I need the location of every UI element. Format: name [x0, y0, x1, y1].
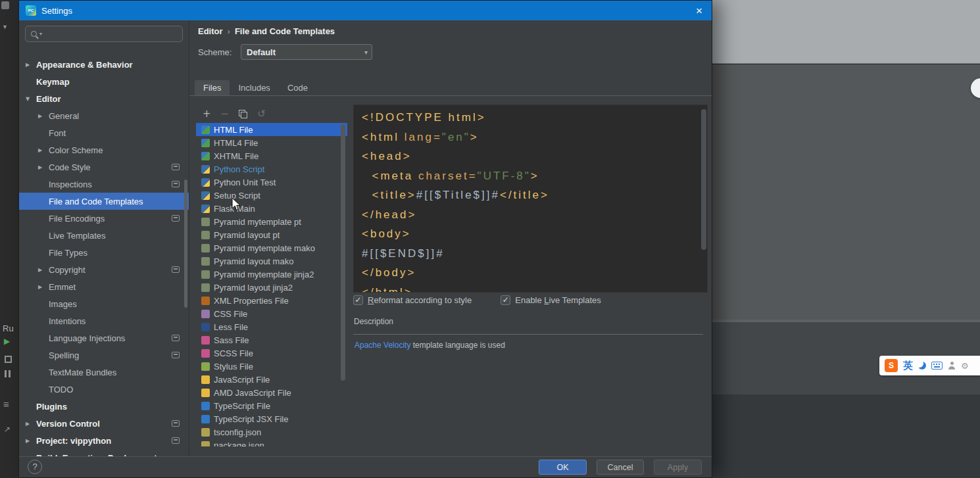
template-item-pyramid-layout-mako[interactable]: Pyramid layout mako [196, 254, 347, 268]
add-template-button[interactable]: + [203, 109, 211, 119]
code-line[interactable]: </html> [362, 283, 699, 293]
gear-icon[interactable]: ⚙ [961, 362, 969, 370]
sidebar-item-color-scheme[interactable]: ▶Color Scheme [19, 141, 189, 158]
ime-toolbar[interactable]: S 英 ⚙ [879, 356, 980, 375]
sidebar-item-images[interactable]: Images [19, 295, 189, 312]
code-line[interactable]: <body> [362, 225, 699, 245]
sidebar-item-keymap[interactable]: Keymap [19, 73, 189, 90]
code-line[interactable]: <meta charset="UTF-8"> [362, 167, 699, 187]
copy-template-button[interactable] [239, 110, 247, 118]
sidebar-item-spelling[interactable]: Spelling [19, 347, 189, 364]
chevron-down-icon[interactable]: ▼ [26, 96, 36, 102]
sidebar-item-font[interactable]: Font [19, 124, 189, 141]
checkbox-enable-live-templates[interactable]: ✓Enable Live Templates [501, 295, 601, 305]
search-input[interactable] [45, 28, 177, 39]
sidebar-item-intentions[interactable]: Intentions [19, 312, 189, 329]
keyboard-icon[interactable] [931, 362, 943, 370]
remove-template-button[interactable]: − [221, 109, 230, 119]
apply-button[interactable]: Apply [654, 460, 702, 475]
sidebar-item-textmate-bundles[interactable]: TextMate Bundles [19, 364, 189, 381]
editor-scrollbar[interactable] [701, 109, 706, 250]
tab-code[interactable]: Code [279, 80, 316, 95]
scheme-combobox[interactable]: Default ▾ [241, 44, 372, 60]
moon-icon[interactable] [918, 362, 926, 370]
run-icon[interactable]: ▶ [4, 337, 10, 346]
checkbox-icon[interactable]: ✓ [353, 295, 363, 305]
arrow-up-right-icon[interactable]: ↗ [4, 425, 11, 434]
close-button[interactable]: × [696, 5, 702, 16]
sidebar-item-file-types[interactable]: File Types [19, 244, 189, 261]
sidebar-item-code-style[interactable]: ▶Code Style [19, 158, 189, 176]
template-item-pyramid-layout-jinja2[interactable]: Pyramid layout jinja2 [196, 281, 347, 294]
chevron-right-icon[interactable]: ▶ [38, 113, 49, 119]
revert-template-button[interactable]: ↺ [257, 109, 266, 119]
sidebar-item-general[interactable]: ▶General [19, 107, 189, 124]
chevron-right-icon[interactable]: ▶ [38, 284, 49, 290]
sidebar-item-copyright[interactable]: ▶Copyright [19, 261, 189, 278]
chevron-right-icon[interactable]: ▶ [38, 267, 49, 273]
checkbox-icon[interactable]: ✓ [501, 295, 510, 305]
sidebar-item-live-templates[interactable]: Live Templates [19, 227, 189, 244]
combobox-arrow-icon[interactable]: ▾ [364, 49, 368, 56]
chevron-right-icon[interactable]: ▶ [38, 164, 49, 170]
sidebar-scrollbar[interactable] [184, 179, 187, 308]
template-item-css-file[interactable]: CSS File [196, 307, 347, 320]
cancel-button[interactable]: Cancel [597, 460, 644, 475]
stop-icon[interactable] [5, 356, 12, 363]
template-item-typescript-jsx-file[interactable]: TypeScript JSX File [196, 412, 347, 425]
tab-files[interactable]: Files [195, 80, 230, 95]
sidebar-item-project-vippython[interactable]: ▶Project: vippython [19, 432, 189, 449]
template-item-html-file[interactable]: HTML File [196, 123, 347, 136]
ime-language-toggle[interactable]: 英 [903, 359, 913, 372]
ok-button[interactable]: OK [539, 460, 587, 475]
sidebar-item-emmet[interactable]: ▶Emmet [19, 278, 189, 295]
sidebar-item-plugins[interactable]: Plugins [19, 398, 189, 415]
chevron-right-icon[interactable]: ▶ [26, 421, 36, 427]
code-line[interactable]: <title>#[[$Title$]]#</title> [362, 186, 699, 206]
help-button[interactable]: ? [28, 460, 42, 474]
sidebar-item-build-execution-deployment[interactable]: ▶Build, Execution, Deployment [19, 449, 189, 456]
search-options-arrow-icon[interactable]: ▾ [39, 31, 42, 37]
template-item-python-unit-test[interactable]: Python Unit Test [196, 176, 347, 189]
user-icon[interactable] [948, 362, 956, 370]
template-item-pyramid-layout-pt[interactable]: Pyramid layout pt [196, 228, 347, 241]
code-line[interactable]: #[[$END$]]# [362, 245, 699, 264]
template-item-python-script[interactable]: Python Script [196, 162, 347, 176]
ime-logo-icon[interactable]: S [885, 359, 898, 372]
chevron-right-icon[interactable]: ▶ [26, 438, 36, 444]
code-line[interactable]: <html lang="en"> [362, 128, 699, 148]
sidebar-item-file-and-code-templates[interactable]: File and Code Templates [19, 193, 189, 210]
chevron-right-icon[interactable]: ▶ [38, 147, 49, 153]
sidebar-item-editor[interactable]: ▼Editor [19, 90, 189, 107]
template-item-javascript-file[interactable]: JavaScript File [196, 373, 347, 386]
chevron-right-icon[interactable]: ▶ [26, 62, 36, 68]
chevron-down-icon[interactable]: ▼ [2, 24, 8, 30]
sidebar-item-file-encodings[interactable]: File Encodings [19, 210, 189, 227]
sidebar-item-todo[interactable]: TODO [19, 381, 189, 398]
template-item-flask-main[interactable]: Flask Main [196, 202, 347, 215]
template-item-pyramid-mytemplate-pt[interactable]: Pyramid mytemplate pt [196, 215, 347, 228]
template-item-less-file[interactable]: Less File [196, 320, 347, 333]
code-line[interactable]: </body> [362, 264, 699, 283]
template-item-tsconfig-json[interactable]: tsconfig.json [196, 425, 347, 439]
template-item-pyramid-mytemplate-mako[interactable]: Pyramid mytemplate mako [196, 241, 347, 254]
sidebar-item-inspections[interactable]: Inspections [19, 176, 189, 193]
template-item-xml-properties-file[interactable]: XML Properties File [196, 294, 347, 307]
settings-search[interactable]: ▾ [25, 26, 183, 42]
menu-icon[interactable]: ≡ [3, 398, 9, 410]
template-item-sass-file[interactable]: Sass File [196, 333, 347, 347]
apache-velocity-link[interactable]: Apache Velocity [355, 341, 410, 350]
checkbox-reformat-according-to-style[interactable]: ✓Reformat according to style [353, 295, 472, 305]
pause-icon[interactable] [5, 370, 11, 377]
template-item-setup-script[interactable]: Setup Script [196, 189, 347, 202]
template-item-scss-file[interactable]: SCSS File [196, 347, 347, 360]
sidebar-item-appearance-behavior[interactable]: ▶Appearance & Behavior [19, 56, 189, 73]
template-item-pyramid-mytemplate-jinja2[interactable]: Pyramid mytemplate jinja2 [196, 268, 347, 281]
template-item-xhtml-file[interactable]: XHTML File [196, 149, 347, 162]
sidebar-item-version-control[interactable]: ▶Version Control [19, 415, 189, 432]
template-item-package-json[interactable]: package.json [196, 439, 347, 446]
template-item-typescript-file[interactable]: TypeScript File [196, 399, 347, 412]
code-line[interactable]: <!DOCTYPE html> [362, 108, 699, 128]
template-item-amd-javascript-file[interactable]: AMD JavaScript File [196, 386, 347, 399]
dialog-titlebar[interactable]: PC Settings × [19, 1, 712, 20]
